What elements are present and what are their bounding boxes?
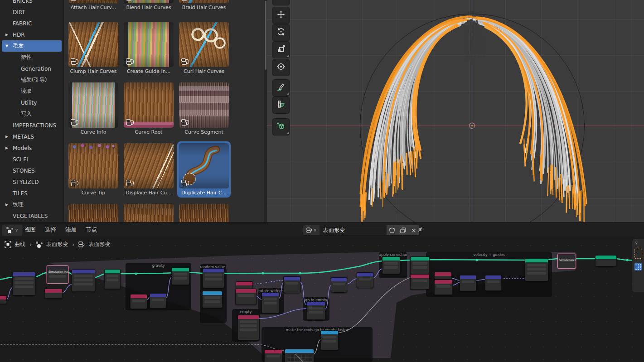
node[interactable] (235, 289, 257, 305)
node[interactable] (320, 330, 339, 350)
node[interactable] (331, 277, 347, 293)
asset-tile[interactable]: Duplicate Hair C... (179, 143, 229, 196)
node[interactable] (0, 295, 7, 304)
sidebar-item[interactable]: IMPERFACTIONS (0, 120, 63, 131)
menu-add[interactable]: 添加 (65, 226, 77, 234)
node[interactable] (285, 349, 314, 362)
node[interactable] (306, 301, 325, 320)
asset-tile[interactable]: Curve Segment (179, 82, 229, 135)
node[interactable] (410, 256, 430, 274)
sidebar-item[interactable]: ▶METALS (0, 131, 63, 142)
add-cube-tool-button[interactable] (272, 118, 290, 135)
node[interactable] (44, 289, 63, 299)
node[interactable]: Simulation Output (557, 254, 576, 269)
menu-view[interactable]: 视图 (24, 226, 36, 234)
sidebar-item[interactable]: SCI FI (0, 154, 63, 165)
menu-select[interactable]: 选择 (45, 226, 56, 234)
asset-tile[interactable]: Curve Root (124, 82, 174, 135)
node[interactable] (261, 292, 279, 314)
move-tool-button[interactable] (272, 7, 290, 24)
disclosure-collapsed-icon[interactable]: ▶ (5, 135, 13, 139)
sidebar-item[interactable]: Utility (0, 97, 63, 108)
asset-tile[interactable] (124, 204, 174, 222)
node[interactable] (283, 276, 300, 293)
asset-tile[interactable]: Braid Hair Curves (179, 0, 229, 10)
node[interactable] (237, 315, 259, 340)
breadcrumb-modifier[interactable]: 表面形变 (46, 241, 68, 248)
sidebar-item[interactable]: 辅助(引导) (0, 74, 63, 86)
active-tool-dashed-icon[interactable] (634, 249, 642, 259)
disclosure-collapsed-icon[interactable]: ▶ (5, 33, 13, 37)
node[interactable]: Simulation Input (47, 265, 68, 284)
new-copy-icon[interactable] (397, 225, 408, 235)
node[interactable] (434, 272, 452, 280)
sidebar-item[interactable]: VEGETABLES (0, 210, 63, 222)
rotate-tool-button[interactable] (272, 24, 290, 41)
asset-tile[interactable]: Blend Hair Curves (124, 0, 174, 10)
sidebar-item[interactable]: 写入 (0, 108, 63, 120)
disclosure-collapsed-icon[interactable]: ▶ (5, 146, 13, 150)
pin-icon[interactable] (416, 226, 424, 234)
sidebar-item[interactable]: ▶HDR (0, 29, 63, 40)
sidebar-item[interactable]: 塑性 (0, 52, 63, 63)
node[interactable] (485, 275, 502, 291)
chevron-down-icon[interactable]: ∨ (635, 241, 638, 245)
disclosure-collapsed-icon[interactable]: ▶ (5, 203, 13, 207)
node[interactable] (150, 293, 166, 309)
sidebar-item[interactable]: ▶纹理 (0, 199, 63, 210)
annotate-tool-button[interactable] (272, 79, 290, 97)
node[interactable] (130, 294, 147, 309)
asset-tile[interactable]: Displace Hair Cu... (124, 143, 174, 196)
sidebar-item[interactable]: BRICKS (0, 0, 63, 6)
browse-node-tree-button[interactable]: ∨ (303, 225, 320, 235)
sidebar-item[interactable]: FABRIC (0, 18, 63, 29)
node[interactable] (595, 255, 617, 266)
asset-tile[interactable]: Curve Info (68, 82, 118, 135)
node[interactable] (382, 256, 400, 274)
node[interactable] (410, 274, 430, 290)
sidebar-item[interactable]: Generation (0, 63, 63, 74)
node[interactable] (434, 280, 453, 295)
node[interactable] (171, 267, 189, 285)
sidebar-item[interactable]: TILES (0, 188, 63, 199)
disclosure-expanded-icon[interactable]: ▼ (5, 44, 13, 48)
node[interactable] (264, 349, 282, 362)
sidebar-item[interactable]: STONES (0, 165, 63, 176)
asset-tile[interactable]: Create Guide In... (124, 22, 174, 74)
node[interactable] (525, 258, 548, 281)
node-tree-name-field[interactable]: 表面形变 (320, 225, 387, 235)
node-editor-canvas[interactable]: gravityrandom value per splinerotate wit… (0, 237, 644, 362)
asset-tile[interactable] (68, 204, 118, 222)
measure-tool-button[interactable] (272, 97, 290, 114)
breadcrumb-node-group[interactable]: 表面形变 (88, 241, 110, 248)
node[interactable] (236, 281, 253, 289)
sidebar-item[interactable]: DIRT (0, 6, 63, 18)
menu-node[interactable]: 节点 (86, 226, 97, 234)
3d-viewport[interactable] (267, 0, 644, 222)
asset-tile[interactable]: Clump Hair Curves (68, 22, 118, 74)
sidebar-item[interactable]: STYLIZED (0, 176, 63, 188)
item-panel-icon[interactable] (634, 263, 642, 270)
node[interactable] (203, 268, 224, 288)
node[interactable] (357, 272, 373, 288)
asset-tile[interactable] (179, 204, 229, 222)
scrollbar-thumb[interactable] (265, 1, 266, 70)
node[interactable] (72, 269, 95, 292)
asset-tile[interactable]: Curve Tip (68, 143, 118, 196)
node[interactable] (460, 275, 476, 291)
asset-thumbnail (68, 0, 118, 3)
asset-tile[interactable]: Curl Hair Curves (179, 22, 229, 74)
sidebar-item[interactable]: ▶Models (0, 142, 63, 154)
sidebar-item[interactable]: 读取 (0, 86, 63, 97)
asset-tile[interactable]: Attach Hair Curv... (68, 0, 118, 10)
tweak-tool-button[interactable] (272, 0, 290, 5)
transform-tool-button[interactable] (272, 59, 290, 76)
sidebar-item[interactable]: ▼毛发 (2, 40, 62, 52)
node[interactable] (12, 272, 36, 295)
node[interactable] (104, 269, 121, 289)
fake-user-shield-icon[interactable] (387, 225, 397, 235)
node[interactable] (202, 291, 223, 308)
breadcrumb-object[interactable]: 曲线 (15, 241, 25, 248)
measure-icon (276, 100, 286, 111)
scale-tool-button[interactable] (272, 41, 290, 58)
